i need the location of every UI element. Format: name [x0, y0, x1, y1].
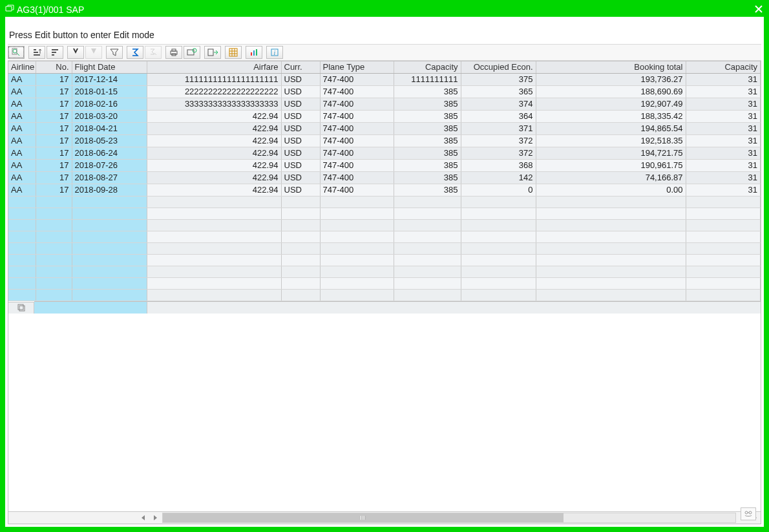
cell-curr[interactable]: USD	[281, 111, 320, 123]
cell-no[interactable]: 17	[36, 74, 72, 86]
cell-capacity2[interactable]: 31	[686, 147, 761, 160]
column-header-capacity2[interactable]: Capacity	[686, 61, 761, 74]
table-row[interactable]: AA172018-07-26422.94USD747-400385368190,…	[8, 160, 761, 172]
cell-planetype[interactable]: 747-400	[320, 147, 394, 160]
cell-capacity2[interactable]: 31	[686, 184, 761, 197]
cell-capacity[interactable]: 385	[394, 111, 461, 123]
cell-booktotal[interactable]: 192,907.49	[536, 98, 686, 111]
column-header-flightdate[interactable]: Flight Date	[72, 61, 147, 74]
scroll-thumb[interactable]	[163, 513, 564, 522]
cell-capacity[interactable]: 385	[394, 123, 461, 135]
cell-flightdate[interactable]: 2018-01-15	[72, 86, 147, 98]
cell-no[interactable]: 17	[36, 123, 72, 135]
column-header-capacity[interactable]: Capacity	[394, 61, 461, 74]
cell-no[interactable]: 17	[36, 160, 72, 172]
chart-button[interactable]	[246, 46, 262, 59]
cell-curr[interactable]: USD	[281, 74, 320, 86]
cell-capacity2[interactable]: 31	[686, 160, 761, 172]
cell-no[interactable]: 17	[36, 111, 72, 123]
cell-booktotal[interactable]: 188,335.42	[536, 111, 686, 123]
table-row[interactable]: AA172017-12-1411111111111111111111USD747…	[8, 74, 761, 86]
cell-airline[interactable]: AA	[8, 98, 36, 111]
cell-airfare[interactable]: 422.94	[147, 160, 281, 172]
column-header-no[interactable]: No.	[36, 61, 72, 74]
scroll-track[interactable]	[162, 513, 736, 523]
filter-button[interactable]	[106, 46, 123, 59]
cell-airline[interactable]: AA	[8, 172, 36, 184]
scroll-left-fixed-button[interactable]	[138, 513, 149, 523]
cell-airfare[interactable]: 422.94	[147, 147, 281, 160]
column-header-occ[interactable]: Occupied Econ.	[461, 61, 536, 74]
horizontal-scrollbar[interactable]	[8, 511, 761, 524]
cell-occ[interactable]: 364	[461, 111, 536, 123]
cell-planetype[interactable]: 747-400	[320, 111, 394, 123]
cell-curr[interactable]: USD	[281, 184, 320, 197]
script-recorder-icon[interactable]	[741, 507, 756, 520]
column-header-airline[interactable]: Airline	[8, 61, 36, 74]
cell-occ[interactable]: 371	[461, 123, 536, 135]
cell-capacity[interactable]: 385	[394, 184, 461, 197]
cell-airfare[interactable]: 422.94	[147, 123, 281, 135]
views-button[interactable]	[184, 46, 200, 59]
cell-booktotal[interactable]: 74,166.87	[536, 172, 686, 184]
window-close-button[interactable]	[751, 3, 766, 17]
cell-flightdate[interactable]: 2018-06-24	[72, 147, 147, 160]
column-header-row[interactable]: AirlineNo.Flight DateAirfareCurr.Plane T…	[8, 61, 761, 74]
cell-capacity[interactable]: 385	[394, 86, 461, 98]
cell-planetype[interactable]: 747-400	[320, 172, 394, 184]
cell-airfare[interactable]: 422.94	[147, 184, 281, 197]
cell-airline[interactable]: AA	[8, 74, 36, 86]
cell-occ[interactable]: 0	[461, 184, 536, 197]
cell-airfare[interactable]: 422.94	[147, 111, 281, 123]
cell-capacity[interactable]: 385	[394, 160, 461, 172]
cell-airline[interactable]: AA	[8, 135, 36, 147]
cell-curr[interactable]: USD	[281, 147, 320, 160]
cell-booktotal[interactable]: 194,721.75	[536, 147, 686, 160]
cell-no[interactable]: 17	[36, 135, 72, 147]
select-all-button[interactable]	[8, 302, 34, 314]
sort-asc-button[interactable]	[28, 46, 45, 59]
print-button[interactable]	[165, 46, 182, 59]
cell-planetype[interactable]: 747-400	[320, 123, 394, 135]
export-button[interactable]	[204, 46, 221, 59]
table-row[interactable]: AA172018-02-1633333333333333333333USD747…	[8, 98, 761, 111]
cell-occ[interactable]: 372	[461, 147, 536, 160]
cell-planetype[interactable]: 747-400	[320, 98, 394, 111]
cell-capacity2[interactable]: 31	[686, 74, 761, 86]
cell-airfare[interactable]: 33333333333333333333	[147, 98, 281, 111]
cell-airline[interactable]: AA	[8, 111, 36, 123]
table-row[interactable]: AA172018-05-23422.94USD747-400385372192,…	[8, 135, 761, 147]
column-header-airfare[interactable]: Airfare	[147, 61, 281, 74]
cell-capacity2[interactable]: 31	[686, 135, 761, 147]
table-row[interactable]: AA172018-09-28422.94USD747-40038500.0031	[8, 184, 761, 197]
table-row[interactable]: AA172018-06-24422.94USD747-400385372194,…	[8, 147, 761, 160]
cell-curr[interactable]: USD	[281, 160, 320, 172]
cell-flightdate[interactable]: 2018-04-21	[72, 123, 147, 135]
cell-curr[interactable]: USD	[281, 86, 320, 98]
cell-airline[interactable]: AA	[8, 86, 36, 98]
cell-flightdate[interactable]: 2018-07-26	[72, 160, 147, 172]
cell-flightdate[interactable]: 2018-09-28	[72, 184, 147, 197]
cell-booktotal[interactable]: 188,690.69	[536, 86, 686, 98]
find-next-button[interactable]	[85, 46, 102, 59]
sort-desc-button[interactable]	[47, 46, 63, 59]
layout-button[interactable]	[225, 46, 242, 59]
column-header-curr[interactable]: Curr.	[281, 61, 320, 74]
cell-curr[interactable]: USD	[281, 172, 320, 184]
cell-airfare[interactable]: 422.94	[147, 172, 281, 184]
cell-occ[interactable]: 142	[461, 172, 536, 184]
column-header-booktotal[interactable]: Booking total	[536, 61, 686, 74]
cell-occ[interactable]: 368	[461, 160, 536, 172]
cell-occ[interactable]: 374	[461, 98, 536, 111]
cell-airfare[interactable]: 422.94	[147, 135, 281, 147]
info-button[interactable]: i	[266, 46, 283, 59]
cell-no[interactable]: 17	[36, 184, 72, 197]
cell-airline[interactable]: AA	[8, 184, 36, 197]
cell-planetype[interactable]: 747-400	[320, 74, 394, 86]
cell-no[interactable]: 17	[36, 86, 72, 98]
cell-booktotal[interactable]: 0.00	[536, 184, 686, 197]
cell-booktotal[interactable]: 194,865.54	[536, 123, 686, 135]
table-row[interactable]: AA172018-03-20422.94USD747-400385364188,…	[8, 111, 761, 123]
cell-airfare[interactable]: 11111111111111111111	[147, 74, 281, 86]
cell-airline[interactable]: AA	[8, 160, 36, 172]
